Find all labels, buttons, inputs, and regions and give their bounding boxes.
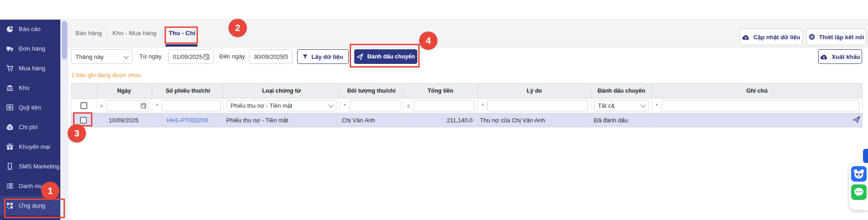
support-widget-card	[849, 163, 868, 210]
table-row[interactable]: 10/09/2025 HH1-PT000200 Phiếu thu nợ - T…	[71, 113, 863, 127]
calendar-icon	[283, 53, 288, 60]
filter-doi-tuong-input[interactable]	[349, 100, 400, 111]
mark-transfer-button[interactable]: Đánh dấu chuyển	[354, 49, 417, 64]
filter-loai-chung-tu-select[interactable]: Phiếu thu nợ - Tiền mặt	[227, 100, 336, 111]
green-chat-icon[interactable]	[851, 184, 867, 200]
sidebar-item-kho[interactable]: Kho	[0, 78, 60, 98]
update-data-button[interactable]: Cập nhật dữ liệu	[740, 29, 803, 45]
receipt-link[interactable]: HH1-PT000200	[167, 117, 208, 124]
collapsed-widget-tab[interactable]	[863, 149, 868, 163]
filter-funnel-icon	[303, 54, 308, 59]
table-filter-row: = * Phiếu thu nợ - Tiền mặt * ≤ *	[71, 99, 863, 113]
gift-icon	[6, 143, 14, 151]
filter-tong-tien-input[interactable]	[413, 100, 474, 111]
cloud-download-icon	[742, 34, 750, 40]
sidebar-item-bao-cao[interactable]: Báo cáo	[0, 19, 60, 39]
filter-ly-do-input[interactable]	[487, 100, 588, 111]
shopping-cart-icon	[6, 64, 14, 72]
money-bag-icon: $	[6, 123, 14, 131]
sidebar-item-chi-phi[interactable]: $ Chi phí	[0, 117, 60, 137]
sidebar-item-quy-tien[interactable]: Quỹ tiền	[0, 98, 60, 117]
connection-settings-button[interactable]: ⚙ Thiết lập kết nối	[806, 29, 866, 45]
support-chatbot-icon[interactable]	[851, 166, 867, 182]
period-select[interactable]: Tháng này	[71, 49, 133, 64]
date-operator[interactable]: =	[99, 103, 104, 109]
text-operator[interactable]: *	[342, 103, 347, 109]
from-date-label: Từ ngày	[139, 49, 161, 64]
list-icon	[6, 182, 14, 190]
tab-kho-mua-hang[interactable]: Kho - Mua hàng	[112, 26, 156, 41]
table-header-row: Ngày Số phiếu thu/chi Loại chứng từ Đối …	[71, 83, 863, 99]
sidebar-item-mua-hang[interactable]: Mua hàng	[0, 58, 60, 78]
delivery-truck-icon	[6, 45, 14, 52]
chevron-down-icon	[640, 102, 645, 107]
header-ly-do[interactable]: Lý do	[478, 84, 591, 98]
cell-danh-dau: Đã đánh dấu	[591, 113, 651, 127]
header-danh-dau-chuyen[interactable]: Đánh dấu chuyển	[591, 84, 652, 98]
active-tab-underline	[165, 44, 197, 47]
sidebar-scrollbar-thumb[interactable]	[62, 21, 67, 59]
to-date-label: Đến ngày	[219, 49, 245, 64]
header-checkbox-cell	[71, 84, 96, 98]
annotation-step-4: 4	[419, 31, 437, 50]
sidebar-item-khuyen-mai[interactable]: Khuyến mại	[0, 137, 60, 157]
divider	[107, 30, 107, 38]
filter-ngay-input[interactable]	[106, 100, 149, 111]
number-operator[interactable]: ≤	[406, 103, 411, 109]
annotation-step-1: 1	[41, 182, 59, 200]
filter-so-phieu-input[interactable]	[162, 100, 221, 111]
selection-note: 1 bản ghi đang được chọn	[71, 72, 141, 79]
row-checkbox[interactable]	[80, 117, 87, 124]
row-send-icon[interactable]	[853, 116, 860, 125]
calendar-icon	[203, 53, 209, 60]
pie-chart-icon	[6, 25, 14, 33]
export-button[interactable]: Xuất khẩu	[818, 49, 862, 64]
text-operator[interactable]: *	[480, 103, 485, 109]
filter-danh-dau-select[interactable]: Tất cả	[594, 100, 649, 111]
cell-ghi-chu	[651, 113, 863, 127]
warehouse-bank-icon	[6, 84, 14, 92]
select-all-checkbox[interactable]	[80, 102, 87, 109]
divider	[163, 30, 163, 38]
apps-grid-icon	[6, 202, 14, 210]
sidebar-item-sms-marketing[interactable]: SMS Marketing	[0, 157, 60, 176]
text-operator[interactable]: *	[155, 103, 160, 109]
to-date-input[interactable]: 30/09/2025	[249, 49, 293, 64]
from-date-input[interactable]: 01/09/2025	[168, 49, 214, 64]
cell-ngay: 10/09/2025	[96, 113, 152, 127]
filter-ghi-chu-input[interactable]	[661, 100, 859, 111]
header-so-phieu[interactable]: Số phiếu thu/chi	[152, 84, 224, 98]
cell-loai-chung-tu: Phiếu thu nợ - Tiền mặt	[224, 113, 339, 127]
tab-thu-chi[interactable]: Thu - Chi	[169, 26, 195, 41]
top-bar	[0, 0, 868, 20]
gear-icon: ⚙	[808, 33, 815, 41]
fetch-data-button[interactable]: Lấy dữ liệu	[297, 49, 349, 64]
safe-box-icon	[6, 104, 14, 111]
header-tong-tien[interactable]: Tổng tiền	[404, 84, 478, 98]
chevron-down-icon	[123, 53, 128, 58]
text-operator[interactable]: *	[655, 103, 659, 109]
cell-doi-tuong: Chị Vân Anh	[339, 113, 403, 127]
app-window: MISAeShop Kết nối AMIS Kế toán, ASP kế t…	[0, 0, 868, 220]
header-doi-tuong[interactable]: Đối tượng thu/chi	[340, 84, 404, 98]
phone-icon	[6, 162, 14, 170]
cloud-download-icon	[820, 54, 828, 60]
calendar-icon	[141, 103, 146, 109]
header-ngay[interactable]: Ngày	[96, 84, 152, 98]
tab-ban-hang[interactable]: Bán hàng	[75, 26, 102, 41]
chevron-down-icon	[328, 102, 333, 107]
paper-plane-icon	[357, 53, 363, 60]
cell-tong-tien: 211,140.0	[403, 113, 477, 127]
header-ghi-chu[interactable]: Ghi chú	[652, 84, 862, 98]
annotation-step-3: 3	[68, 124, 86, 142]
sidebar-item-don-hang[interactable]: Đơn hàng	[0, 39, 60, 58]
annotation-step-2: 2	[229, 19, 247, 37]
header-loai-chung-tu[interactable]: Loại chứng từ	[224, 84, 340, 98]
cell-ly-do: Thu nợ của Chị Vân Anh	[477, 113, 591, 127]
